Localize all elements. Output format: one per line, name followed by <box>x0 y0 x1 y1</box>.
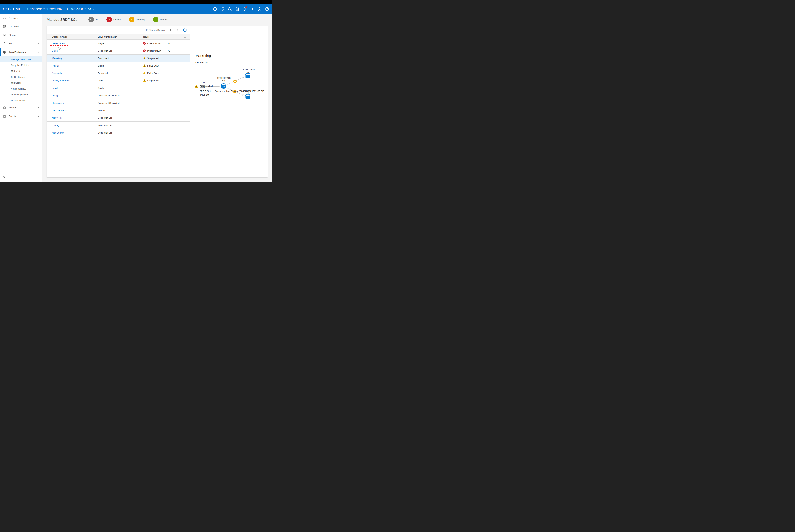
sidebar-item-overview[interactable]: Overview <box>0 14 42 22</box>
column-storage-groups[interactable]: Storage Groups <box>47 34 96 39</box>
sidebar-subitem-virtual-witness[interactable]: Virtual Witness <box>0 86 42 92</box>
table-row[interactable]: ChicagoMetro with DR <box>47 121 190 129</box>
sidebar-item-label: Events <box>9 115 16 117</box>
collapse-sidebar-button[interactable] <box>2 175 6 179</box>
alert-message-prefix: SRDF State is Suspended on System <box>200 90 239 93</box>
sidebar-item-events[interactable]: Events <box>0 112 42 120</box>
tab-label: Warning <box>136 18 145 21</box>
info-icon[interactable] <box>213 7 217 11</box>
storage-group-link[interactable]: Sales <box>52 50 58 52</box>
table-row[interactable]: San FranciscoMetroDR <box>47 107 190 114</box>
alert-system-ref: ‘000220002163’ <box>239 90 256 93</box>
source-role: R11 <box>210 80 238 82</box>
issue-label: Initiator Down <box>147 50 168 52</box>
table-row[interactable]: DesignConcurrent Cascaded <box>47 92 190 99</box>
srdf-configuration-cell: MetroDR <box>96 107 142 114</box>
breadcrumb-chevron-icon <box>67 8 69 10</box>
sidebar-subitem-device-groups[interactable]: Device Groups <box>0 97 42 103</box>
r2-cylinder-top <box>246 73 250 78</box>
tab-count-badge: 13 <box>88 17 94 22</box>
storage-group-link[interactable]: San Francisco <box>52 109 67 112</box>
tab-critical[interactable]: 2Critical <box>105 17 122 25</box>
issue-label: Suspended <box>147 79 168 82</box>
tab-all[interactable]: 13All <box>87 17 100 25</box>
column-issues[interactable]: Issues <box>142 34 190 39</box>
target1-system-id: 000297901855 <box>234 69 262 71</box>
search-icon[interactable] <box>228 7 232 11</box>
table-body: DevelopmentSingleInitiator Down+1SalesMe… <box>47 40 190 177</box>
table-row[interactable]: DevelopmentSingleInitiator Down+1 <box>47 40 190 47</box>
tab-count-badge: 2 <box>106 17 112 22</box>
sidebar-item-hosts[interactable]: Hosts <box>0 39 42 48</box>
sidebar-item-storage[interactable]: Storage <box>0 31 42 39</box>
sidebar-subitem-snapshot-policies[interactable]: Snapshot Policies <box>0 62 42 68</box>
page-title: Manage SRDF SGs <box>47 18 77 22</box>
sidebar-subitem-manage-srdf-sgs[interactable]: Manage SRDF SGs <box>0 56 42 62</box>
table-row[interactable]: New JerseyMetro with DR <box>47 129 190 136</box>
help-icon[interactable]: ? <box>265 7 269 11</box>
sidebar-subitem-open-replication[interactable]: Open Replication <box>0 92 42 97</box>
srdf-configuration-cell: Metro with DR <box>96 47 142 54</box>
sidebar-item-dashboard[interactable]: Dashboard <box>0 22 42 31</box>
browser-top-bar <box>0 0 271 4</box>
user-icon[interactable] <box>258 7 262 11</box>
storage-group-link[interactable]: Quality Assurance <box>52 79 70 82</box>
system-selector[interactable]: 000220002163 <box>71 7 94 11</box>
sidebar-subitem-srdf-groups[interactable]: SRDF Groups <box>0 74 42 80</box>
jobs-icon[interactable] <box>235 7 239 11</box>
storage-group-link[interactable]: Headquarter <box>52 102 64 104</box>
tab-normal[interactable]: 7Normal <box>152 17 170 25</box>
storage-group-link[interactable]: Legal <box>52 87 57 89</box>
alert-badge <box>245 6 247 8</box>
table-row[interactable]: MarketingConcurrentSuspended <box>47 55 190 62</box>
storage-group-link[interactable]: Marketing <box>52 57 62 60</box>
table-row[interactable]: Quality AssuranceMetroSuspended <box>47 77 190 84</box>
column-menu-icon[interactable] <box>183 35 186 38</box>
refresh-icon[interactable] <box>220 7 225 11</box>
download-icon[interactable] <box>176 28 179 32</box>
storage-group-link[interactable]: Payroll <box>52 64 59 67</box>
sidebar-item-label: Storage <box>9 34 17 36</box>
sidebar-footer <box>0 173 42 182</box>
app-title: Unisphere for PowerMax <box>27 7 62 11</box>
issue-extra-count: +1 <box>168 42 170 45</box>
detail-subtitle: Concurrent <box>195 61 208 64</box>
sidebar-subitem-metrodr[interactable]: MetroDR <box>0 68 42 74</box>
storage-group-link[interactable]: Design <box>52 94 59 97</box>
table-row[interactable]: New YorkMetro with DR <box>47 114 190 121</box>
storage-group-link[interactable]: New Jersey <box>52 131 64 134</box>
storage-icon <box>3 34 6 37</box>
table-row[interactable]: HeadquarterConcurrent Cascaded <box>47 99 190 107</box>
column-srdf-configuration[interactable]: SRDF Configuration <box>96 34 142 39</box>
tab-label: Critical <box>113 18 120 21</box>
table-row[interactable]: SalesMetro with DRInitiator Down+2 <box>47 47 190 55</box>
detail-title: Marketing <box>195 54 211 58</box>
srdf-configuration-cell: Single <box>96 40 142 47</box>
issues-cell: Initiator Down+1 <box>142 40 190 47</box>
issues-cell: Failed Over <box>142 62 190 69</box>
storage-group-link[interactable]: Accounting <box>52 72 63 74</box>
issue-label: Initiator Down <box>147 42 168 45</box>
storage-group-link[interactable]: New York <box>52 117 61 119</box>
issues-cell: Initiator Down+2 <box>142 47 190 54</box>
storage-group-link[interactable]: Development <box>52 42 65 45</box>
srdf-configuration-cell: Metro with DR <box>96 129 142 136</box>
hosts-icon <box>3 42 6 45</box>
sidebar-item-data-protection[interactable]: Data Protection <box>0 48 42 56</box>
sidebar-item-system[interactable]: System <box>0 103 42 112</box>
sidebar-subitem-migrations[interactable]: Migrations <box>0 80 42 86</box>
settings-icon[interactable] <box>250 7 254 11</box>
table-row[interactable]: LegalSingle <box>47 84 190 92</box>
storage-group-link[interactable]: Chicago <box>52 124 60 127</box>
source-system-id: 000220002163 <box>210 77 238 79</box>
close-icon[interactable] <box>260 54 263 57</box>
alerts-icon[interactable] <box>243 7 247 11</box>
issues-cell <box>142 121 190 129</box>
info-icon[interactable] <box>183 28 187 32</box>
io-badge: I/O <box>221 86 226 88</box>
table-row[interactable]: PayrollSingleFailed Over <box>47 62 190 70</box>
filter-icon[interactable] <box>169 28 172 32</box>
table-toolbar: 13 Storage Groups <box>47 26 190 34</box>
table-row[interactable]: AccountingCascadedFailed Over <box>47 70 190 77</box>
tab-warning[interactable]: 4Warning <box>128 17 147 25</box>
